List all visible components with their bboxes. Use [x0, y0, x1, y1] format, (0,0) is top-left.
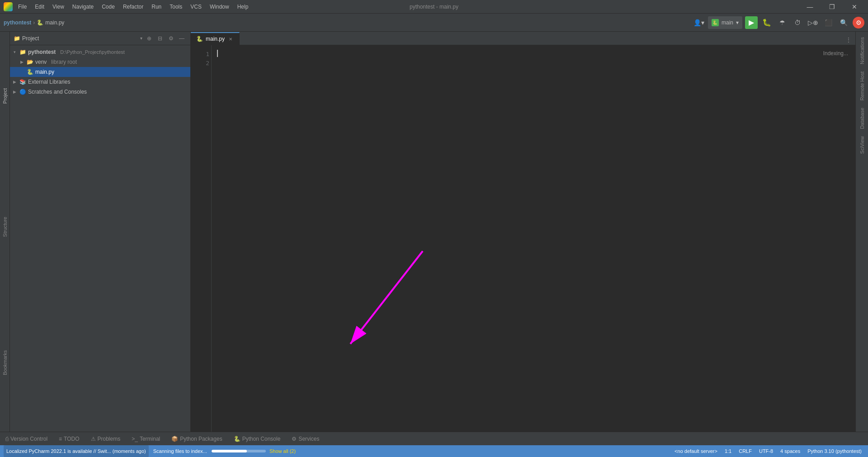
- structure-panel-label[interactable]: Structure: [1, 214, 9, 240]
- collapse-all-button[interactable]: ⊟: [155, 33, 165, 43]
- scratches-label: Scratches and Consoles: [28, 89, 87, 95]
- venv-icon: 📂: [26, 58, 33, 66]
- menu-refactor[interactable]: Refactor: [119, 3, 147, 11]
- minimize-button[interactable]: —: [800, 0, 820, 14]
- tree-scratches[interactable]: ▶ 🔵 Scratches and Consoles: [10, 87, 190, 97]
- status-indent[interactable]: 4 spaces: [778, 445, 803, 457]
- menu-window[interactable]: Window: [206, 3, 233, 11]
- ext-libs-label: External Libraries: [28, 79, 70, 85]
- tree-main-py[interactable]: 🐍 main.py: [10, 67, 190, 77]
- tab-close-button[interactable]: ✕: [227, 36, 234, 42]
- close-button[interactable]: ✕: [844, 0, 864, 14]
- menu-bar: File Edit View Navigate Code Refactor Ru…: [14, 3, 800, 11]
- debug-button[interactable]: 🐛: [760, 16, 773, 29]
- status-python-version[interactable]: Python 3.10 (pythontest): [805, 445, 864, 457]
- code-area[interactable]: Indexing...: [212, 45, 855, 432]
- tab-main-py[interactable]: 🐍 main.py ✕: [191, 32, 240, 45]
- profile-button[interactable]: ⏱: [791, 16, 804, 29]
- notifications-label[interactable]: Notifications: [859, 33, 866, 68]
- locate-file-button[interactable]: ⊕: [144, 33, 154, 43]
- remote-host-label[interactable]: Remote Host: [859, 68, 866, 104]
- project-panel: 📁 Project ▾ ⊕ ⊟ ⚙ — ▾ 📁 pythontest D:\Py…: [10, 32, 191, 432]
- tree-settings-button[interactable]: ⚙: [166, 33, 176, 43]
- run-config-arrow: ▾: [736, 19, 739, 26]
- project-header-icon: 📁: [14, 35, 20, 42]
- menu-file[interactable]: File: [14, 3, 30, 11]
- python-packages-icon: 📦: [171, 436, 178, 442]
- ext-libs-icon: 📚: [19, 78, 26, 86]
- toolbar-right: 👤▾ 🐍 main ▾ ▶ 🐛 ☂ ⏱ ▷⊕ ⬛ 🔍 ⚙: [693, 16, 864, 29]
- tree-venv[interactable]: ▶ 📂 venv library root: [10, 57, 190, 67]
- breadcrumb-separator: ›: [33, 19, 35, 26]
- run-config[interactable]: 🐍 main ▾: [708, 16, 742, 29]
- menu-edit[interactable]: Edit: [31, 3, 48, 11]
- tab-python-packages[interactable]: 📦 Python Packages: [166, 432, 228, 446]
- menu-run[interactable]: Run: [148, 3, 165, 11]
- status-server[interactable]: <no default server>: [672, 445, 720, 457]
- title-bar: File Edit View Navigate Code Refactor Ru…: [0, 0, 868, 14]
- python-packages-label: Python Packages: [180, 436, 222, 442]
- editor-content: 1 2 Indexing...: [191, 45, 855, 432]
- menu-navigate[interactable]: Navigate: [69, 3, 97, 11]
- python-console-icon: 🐍: [234, 436, 241, 442]
- version-control-label: Version Control: [10, 436, 47, 442]
- line-numbers: 1 2: [191, 45, 212, 432]
- menu-vcs[interactable]: VCS: [187, 3, 205, 11]
- tab-todo[interactable]: ≡ TODO: [53, 432, 85, 446]
- tab-python-console[interactable]: 🐍 Python Console: [228, 432, 287, 446]
- hide-panel-button[interactable]: —: [177, 33, 187, 43]
- tab-services[interactable]: ⚙ Services: [286, 432, 325, 446]
- project-panel-label[interactable]: Project: [1, 86, 9, 106]
- sciview-label[interactable]: SciView: [859, 133, 866, 157]
- problems-label: Problems: [98, 436, 121, 442]
- todo-label: TODO: [64, 436, 79, 442]
- breadcrumb-project[interactable]: pythontest: [4, 19, 31, 26]
- app-icon: [4, 2, 13, 11]
- tab-problems[interactable]: ⚠ Problems: [85, 432, 127, 446]
- root-name: pythontest: [28, 49, 56, 55]
- status-line-ending[interactable]: CRLF: [736, 445, 755, 457]
- right-strip: Notifications Remote Host Database SciVi…: [855, 32, 868, 432]
- status-encoding[interactable]: UTF-8: [756, 445, 776, 457]
- run-config-label: main: [722, 19, 733, 26]
- stop-button[interactable]: ⬛: [822, 16, 835, 29]
- coverage-button[interactable]: ☂: [776, 16, 788, 29]
- main-py-icon: 🐍: [26, 68, 33, 76]
- tree-root[interactable]: ▾ 📁 pythontest D:\Python_Project\pythont…: [10, 47, 190, 57]
- line-number-2: 2: [193, 59, 209, 68]
- recent-files-button[interactable]: ⋮: [844, 35, 854, 45]
- editor-area: 🐍 main.py ✕ ⋮ 1 2 Indexing...: [191, 32, 855, 432]
- maximize-button[interactable]: ❐: [822, 0, 842, 14]
- tab-terminal[interactable]: >_ Terminal: [126, 432, 166, 446]
- menu-help[interactable]: Help: [234, 3, 252, 11]
- search-everywhere-button[interactable]: 🔍: [837, 16, 850, 29]
- breadcrumb-file-icon: 🐍: [37, 19, 43, 26]
- text-cursor: [217, 50, 218, 57]
- bookmarks-panel-label[interactable]: Bookmarks: [1, 348, 9, 378]
- project-header: 📁 Project ▾ ⊕ ⊟ ⚙ —: [10, 32, 190, 45]
- menu-view[interactable]: View: [49, 3, 68, 11]
- status-position[interactable]: 1:1: [722, 445, 734, 457]
- settings-button[interactable]: ⚙: [853, 17, 864, 29]
- problems-icon: ⚠: [91, 436, 96, 442]
- window-title: pythontest - main.py: [410, 4, 458, 10]
- status-warning[interactable]: Localized PyCharm 2022.1 is available //…: [4, 445, 149, 457]
- scratches-arrow: ▶: [12, 89, 17, 95]
- root-folder-icon: 📁: [19, 48, 26, 56]
- tree-external-libs[interactable]: ▶ 📚 External Libraries: [10, 77, 190, 87]
- show-all-button[interactable]: Show all (2): [268, 448, 297, 454]
- menu-code[interactable]: Code: [98, 3, 118, 11]
- account-button[interactable]: 👤▾: [693, 16, 705, 29]
- run-inspect-button[interactable]: ▷⊕: [807, 16, 819, 29]
- database-label[interactable]: Database: [859, 104, 866, 133]
- breadcrumb-file[interactable]: main.py: [45, 19, 64, 26]
- status-bar: Localized PyCharm 2022.1 is available //…: [0, 445, 868, 457]
- status-scanning: Scanning files to index...: [151, 445, 210, 457]
- tab-bar-extra: ⋮: [844, 35, 855, 45]
- project-dropdown-icon[interactable]: ▾: [140, 36, 142, 41]
- python-console-label: Python Console: [242, 436, 281, 442]
- tab-version-control[interactable]: ⎙ Version Control: [0, 432, 53, 446]
- tab-bar: 🐍 main.py ✕ ⋮: [191, 32, 855, 45]
- run-button[interactable]: ▶: [745, 16, 758, 29]
- menu-tools[interactable]: Tools: [166, 3, 186, 11]
